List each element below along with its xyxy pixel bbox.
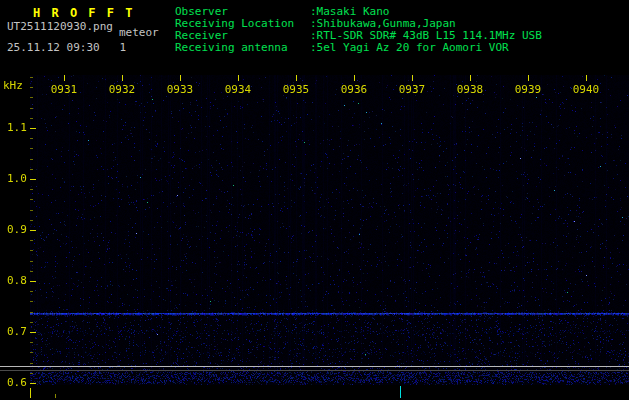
frequency-minor-tick-mark bbox=[30, 87, 33, 88]
frequency-minor-tick-mark bbox=[30, 261, 33, 262]
frequency-tick-mark bbox=[30, 383, 36, 384]
frequency-minor-tick-mark bbox=[30, 322, 33, 323]
frequency-minor-tick-mark bbox=[30, 250, 33, 251]
frequency-minor-tick-mark bbox=[30, 210, 33, 211]
frequency-tick-mark bbox=[30, 281, 36, 282]
time-tick-label: 0935 bbox=[283, 83, 310, 96]
time-tick-mark bbox=[122, 75, 123, 81]
separator-line bbox=[0, 366, 629, 367]
frequency-tick-label: 0.6 bbox=[7, 376, 27, 389]
time-tick-mark bbox=[296, 75, 297, 81]
time-tick-label: 0933 bbox=[167, 83, 194, 96]
frequency-minor-tick-mark bbox=[30, 363, 33, 364]
frequency-minor-tick-mark bbox=[30, 271, 33, 272]
frequency-minor-tick-mark bbox=[30, 108, 33, 109]
frequency-axis-unit: kHz bbox=[3, 79, 23, 92]
observation-timestamp: 25.11.12 09:30 1 bbox=[7, 42, 126, 54]
frequency-minor-tick-mark bbox=[30, 373, 33, 374]
separator-line-shadow bbox=[0, 370, 629, 371]
time-tick-mark bbox=[354, 75, 355, 81]
bottom-center-marker bbox=[400, 386, 401, 398]
time-tick-label: 0934 bbox=[225, 83, 252, 96]
frequency-minor-tick-mark bbox=[30, 118, 33, 119]
frequency-tick-mark bbox=[30, 179, 36, 180]
frequency-minor-tick-mark bbox=[30, 97, 33, 98]
frequency-tick-label: 1.0 bbox=[7, 172, 27, 185]
metadata-value: :5el Yagi Az 20 for Aomori VOR bbox=[310, 41, 509, 54]
frequency-minor-tick-mark bbox=[30, 291, 33, 292]
frequency-tick-label: 1.1 bbox=[7, 121, 27, 134]
frequency-minor-tick-mark bbox=[30, 189, 33, 190]
frequency-tick-label: 0.9 bbox=[7, 223, 27, 236]
frequency-tick-mark bbox=[30, 332, 36, 333]
frequency-minor-tick-mark bbox=[30, 312, 33, 313]
frequency-minor-tick-mark bbox=[30, 301, 33, 302]
time-tick-mark bbox=[528, 75, 529, 81]
bottom-left-minor-tick bbox=[55, 394, 56, 398]
frequency-minor-tick-mark bbox=[30, 352, 33, 353]
frequency-minor-tick-mark bbox=[30, 159, 33, 160]
frequency-tick-mark bbox=[30, 230, 36, 231]
frequency-tick-mark bbox=[30, 128, 36, 129]
time-tick-label: 0939 bbox=[515, 83, 542, 96]
time-tick-mark bbox=[64, 75, 65, 81]
observation-mode-label: meteor bbox=[119, 27, 159, 39]
frequency-minor-tick-mark bbox=[30, 138, 33, 139]
metadata-label: Receiving antenna bbox=[175, 41, 288, 54]
time-tick-label: 0937 bbox=[399, 83, 426, 96]
app-title: H R O F F T bbox=[33, 6, 134, 20]
time-tick-mark bbox=[238, 75, 239, 81]
time-tick-label: 0936 bbox=[341, 83, 368, 96]
frequency-minor-tick-mark bbox=[30, 199, 33, 200]
frequency-minor-tick-mark bbox=[30, 220, 33, 221]
frequency-minor-tick-mark bbox=[30, 77, 33, 78]
time-tick-label: 0940 bbox=[573, 83, 600, 96]
time-tick-mark bbox=[586, 75, 587, 81]
time-tick-label: 0938 bbox=[457, 83, 484, 96]
time-tick-label: 0931 bbox=[51, 83, 78, 96]
time-tick-mark bbox=[470, 75, 471, 81]
frequency-minor-tick-mark bbox=[30, 169, 33, 170]
frequency-minor-tick-mark bbox=[30, 240, 33, 241]
frequency-minor-tick-mark bbox=[30, 148, 33, 149]
time-tick-mark bbox=[412, 75, 413, 81]
hrofft-output-image: H R O F F T UT2511120930.png meteor 25.1… bbox=[0, 0, 629, 400]
frequency-tick-label: 0.8 bbox=[7, 274, 27, 287]
bottom-left-tick bbox=[30, 388, 31, 398]
frequency-tick-label: 0.7 bbox=[7, 325, 27, 338]
time-tick-label: 0932 bbox=[109, 83, 136, 96]
output-filename: UT2511120930.png bbox=[7, 21, 113, 33]
frequency-minor-tick-mark bbox=[30, 342, 33, 343]
time-tick-mark bbox=[180, 75, 181, 81]
spectrogram-canvas bbox=[30, 75, 629, 385]
